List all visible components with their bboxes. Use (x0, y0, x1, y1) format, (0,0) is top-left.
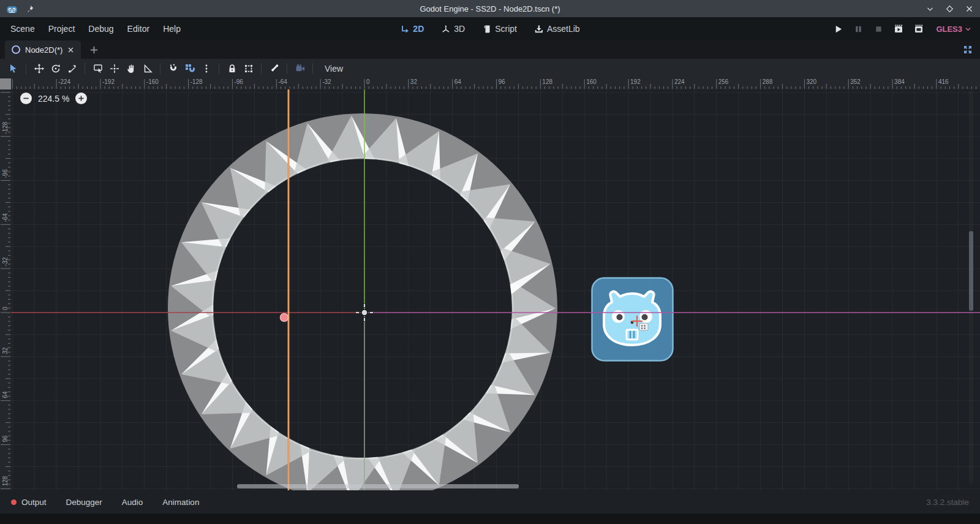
stop-button[interactable] (872, 22, 885, 36)
menu-debug[interactable]: Debug (81, 21, 120, 37)
zoom-out-button[interactable] (20, 93, 32, 104)
3d-icon (441, 25, 450, 34)
play-button[interactable] (831, 22, 845, 36)
zoom-in-button[interactable] (75, 93, 87, 104)
menu-help[interactable]: Help (156, 21, 187, 37)
menu-scene[interactable]: Scene (4, 21, 42, 37)
play-scene-button[interactable] (892, 22, 905, 36)
list-select-tool-button[interactable] (89, 61, 106, 77)
workspace-2d[interactable]: 2D (400, 24, 424, 34)
svg-text:256: 256 (718, 78, 729, 85)
play-custom-scene-button[interactable] (912, 22, 925, 36)
move-tool-button[interactable] (31, 61, 47, 77)
svg-text:-224: -224 (58, 78, 70, 85)
ss2d-ring-shape (168, 113, 557, 490)
godot-logo-icon (6, 3, 18, 15)
scale-tool-button[interactable] (64, 61, 80, 77)
ruler-horizontal[interactable]: -224-192-160-128-96-64-32032649612816019… (11, 78, 980, 89)
svg-text:416: 416 (938, 78, 949, 85)
viewport-drawing (11, 89, 980, 490)
svg-text:-192: -192 (102, 78, 115, 85)
svg-text:288: 288 (763, 78, 773, 85)
svg-text:352: 352 (850, 78, 861, 85)
svg-text:-128: -128 (190, 78, 203, 85)
skeleton-options-button[interactable] (266, 61, 282, 77)
script-icon (482, 25, 491, 34)
pivot-tool-button[interactable] (106, 61, 123, 77)
workspace-assetlib[interactable]: AssetLib (534, 24, 580, 34)
workspace-3d[interactable]: 3D (441, 24, 465, 34)
menu-bar: Scene Project Debug Editor Help 2D 3D Sc… (0, 17, 980, 40)
horizontal-scrollbar-thumb[interactable] (237, 484, 519, 488)
rotate-tool-button[interactable] (47, 61, 64, 77)
horizontal-scrollbar[interactable] (12, 484, 965, 488)
ruler-vertical[interactable]: -128-96-64-320326496128 (0, 89, 11, 490)
pin-icon[interactable] (25, 4, 34, 13)
scene-tab-bar: Node2D(*) (0, 40, 980, 59)
chevron-down-icon (965, 26, 971, 32)
scene-tab-node2d[interactable]: Node2D(*) (5, 40, 81, 59)
svg-text:96: 96 (2, 435, 9, 442)
svg-text:64: 64 (2, 391, 9, 398)
output-activity-dot (11, 499, 17, 505)
new-scene-tab-button[interactable] (88, 44, 99, 55)
workspace-script[interactable]: Script (482, 24, 517, 34)
svg-text:-32: -32 (2, 257, 9, 266)
view-menu[interactable]: View (325, 64, 343, 74)
title-bar: Godot Engine - SS2D - Node2D.tscn (*) (0, 0, 980, 17)
renderer-dropdown[interactable]: GLES3 (936, 25, 971, 34)
svg-text:-64: -64 (2, 213, 9, 222)
window-minimize-icon[interactable] (925, 4, 935, 13)
panel-output[interactable]: Output (11, 498, 47, 507)
svg-text:128: 128 (2, 476, 9, 486)
pause-button[interactable] (851, 22, 865, 36)
pan-tool-button[interactable] (123, 61, 139, 77)
svg-text:-96: -96 (2, 169, 9, 178)
2d-workspace: -224-192-160-128-96-64-32032649612816019… (0, 78, 980, 490)
svg-text:160: 160 (586, 78, 597, 85)
svg-text:-96: -96 (234, 78, 243, 85)
canvas-toolbar: View (0, 59, 980, 78)
vertical-scrollbar[interactable] (969, 91, 973, 483)
svg-text:-64: -64 (278, 78, 287, 85)
snap-options-button[interactable] (198, 61, 214, 77)
ruler-tool-button[interactable] (139, 61, 156, 77)
svg-text:192: 192 (630, 78, 641, 85)
window-maximize-icon[interactable] (944, 4, 954, 13)
node2d-icon (12, 45, 20, 54)
panel-animation[interactable]: Animation (162, 498, 199, 507)
distraction-free-icon[interactable] (963, 45, 973, 55)
svg-text:384: 384 (894, 78, 905, 85)
svg-text:32: 32 (410, 78, 418, 85)
2d-icon (400, 25, 409, 34)
workspace-switcher: 2D 3D Script AssetLib (400, 24, 579, 34)
svg-text:320: 320 (806, 78, 816, 85)
menu-editor[interactable]: Editor (121, 21, 157, 37)
svg-text:0: 0 (2, 306, 9, 310)
svg-text:128: 128 (542, 78, 552, 85)
svg-text:-32: -32 (322, 78, 331, 85)
engine-version: 3.3.2.stable (926, 498, 969, 507)
zoom-level[interactable]: 224.5 % (38, 94, 69, 104)
svg-text:64: 64 (454, 78, 462, 85)
window-close-icon[interactable] (964, 4, 974, 13)
svg-text:0: 0 (366, 78, 370, 85)
viewport-canvas[interactable]: 224.5 % (11, 89, 980, 490)
bottom-panel-bar: Output Debugger Audio Animation 3.3.2.st… (0, 490, 980, 514)
menu-project[interactable]: Project (42, 21, 82, 37)
vertical-scrollbar-thumb[interactable] (969, 231, 973, 311)
panel-audio[interactable]: Audio (122, 498, 143, 507)
svg-text:32: 32 (2, 347, 9, 354)
lock-object-button[interactable] (224, 61, 240, 77)
bottom-strip (0, 514, 980, 524)
grid-snap-button[interactable] (181, 61, 198, 77)
ruler-corner (0, 78, 11, 89)
assetlib-download-icon (534, 25, 543, 34)
zoom-widget: 224.5 % (20, 93, 87, 104)
select-tool-button[interactable] (5, 61, 21, 77)
camera-override-button[interactable] (292, 61, 308, 77)
group-object-button[interactable] (240, 61, 257, 77)
tab-close-icon[interactable] (67, 47, 74, 53)
smart-snap-button[interactable] (165, 61, 181, 77)
panel-debugger[interactable]: Debugger (66, 498, 102, 507)
